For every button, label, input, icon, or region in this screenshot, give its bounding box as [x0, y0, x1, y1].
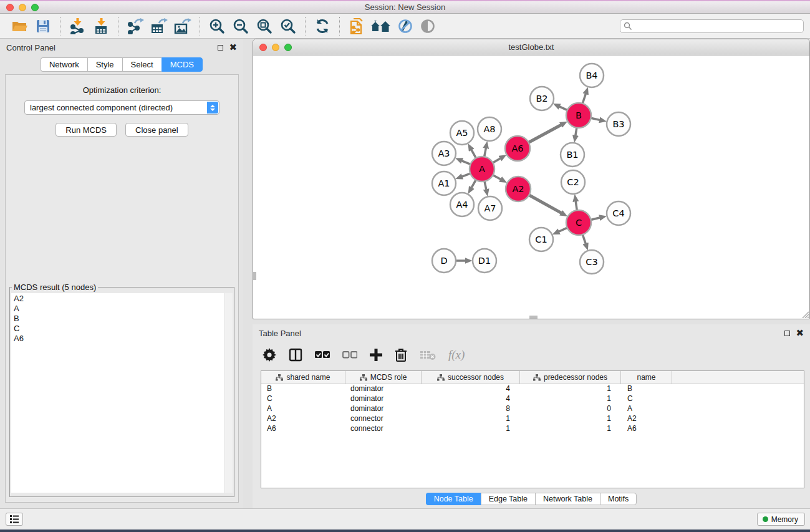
float-table-panel-icon[interactable] [784, 331, 790, 336]
graph-node-A1[interactable]: A1 [432, 172, 456, 195]
graph-edge-A-A8[interactable] [485, 148, 486, 157]
graph-edge-C-C2[interactable] [576, 201, 577, 210]
graph-node-A4[interactable]: A4 [450, 193, 474, 216]
graph-edge-A-A6[interactable] [493, 158, 500, 163]
result-item[interactable]: B [14, 314, 233, 324]
graph-edge-A2-C[interactable] [529, 195, 561, 213]
vertical-scroll-thumb[interactable] [253, 272, 256, 280]
graph-edge-A-A5[interactable] [471, 150, 476, 158]
close-panel-icon[interactable]: ✖ [229, 44, 237, 51]
network-canvas[interactable]: B4B2BB3A8A5A6B1A3AA1C2A2A4A7C4CC1C3DD1 [253, 56, 809, 319]
home-button[interactable] [369, 16, 392, 36]
graph-edge-B-B2[interactable] [559, 107, 567, 110]
graph-node-B4[interactable]: B4 [580, 64, 604, 87]
graph-node-A3[interactable]: A3 [432, 142, 456, 165]
zoom-network-window-button[interactable] [284, 44, 292, 51]
select-all-rows-button[interactable] [315, 347, 330, 363]
refresh-button[interactable] [311, 16, 334, 36]
tab-select[interactable]: Select [122, 57, 162, 72]
export-network-button[interactable] [123, 16, 147, 36]
graph-edge-C-C3[interactable] [582, 235, 586, 244]
zoom-in-button[interactable] [205, 16, 229, 36]
table-row[interactable]: Bdominator41B [261, 384, 804, 394]
result-scrollbar[interactable] [224, 293, 233, 493]
delete-column-button[interactable] [395, 347, 407, 363]
graph-node-B[interactable]: B [566, 103, 591, 128]
table-row[interactable]: A2connector11A2 [261, 414, 804, 424]
graph-edge-B-B4[interactable] [582, 94, 586, 104]
close-network-window-button[interactable] [259, 44, 267, 51]
result-item[interactable]: C [14, 324, 233, 334]
open-session-button[interactable] [7, 16, 31, 36]
zoom-fit-button[interactable] [253, 16, 276, 36]
close-table-panel-icon[interactable]: ✖ [796, 330, 804, 336]
show-panels-button[interactable] [6, 513, 23, 526]
graph-edge-B-B3[interactable] [591, 118, 600, 120]
graph-node-A[interactable]: A [470, 157, 494, 181]
graph-node-A5[interactable]: A5 [450, 121, 474, 145]
table-tab-edge-table[interactable]: Edge Table [481, 493, 535, 505]
tab-mcds[interactable]: MCDS [162, 57, 203, 72]
graph-node-A8[interactable]: A8 [478, 117, 501, 141]
create-column-button[interactable] [370, 347, 382, 363]
import-network-button[interactable] [65, 16, 89, 36]
table-tab-node-table[interactable]: Node Table [426, 493, 481, 505]
tab-network[interactable]: Network [41, 57, 87, 72]
graph-node-B1[interactable]: B1 [561, 143, 584, 167]
graph-edge-A-A4[interactable] [471, 180, 476, 188]
table-tab-motifs[interactable]: Motifs [600, 493, 637, 505]
column-header-predecessor-nodes[interactable]: predecessor nodes [520, 371, 621, 384]
graph-node-C2[interactable]: C2 [561, 170, 585, 194]
save-session-button[interactable] [31, 16, 55, 36]
column-header-successor-nodes[interactable]: successor nodes [422, 371, 520, 384]
graph-node-A7[interactable]: A7 [478, 196, 502, 220]
deselect-all-rows-button[interactable] [342, 347, 357, 363]
graph-node-D1[interactable]: D1 [473, 249, 496, 273]
graph-edge-A-A3[interactable] [462, 161, 471, 165]
table-row[interactable]: A6connector11A6 [261, 424, 804, 434]
graph-node-D[interactable]: D [432, 249, 456, 273]
graph-node-C1[interactable]: C1 [529, 228, 553, 251]
label-visibility-button[interactable] [392, 16, 416, 36]
column-layout-button[interactable] [289, 347, 302, 363]
zoom-window-button[interactable] [31, 4, 39, 11]
close-window-button[interactable] [6, 4, 14, 11]
table-tab-network-table[interactable]: Network Table [535, 493, 600, 505]
horizontal-scroll-thumb[interactable] [529, 316, 538, 319]
graph-node-B2[interactable]: B2 [530, 87, 554, 110]
delete-table-button[interactable] [420, 347, 436, 363]
export-image-button[interactable] [171, 16, 195, 36]
import-table-button[interactable] [89, 16, 113, 36]
table-settings-button[interactable] [263, 347, 276, 363]
run-mcds-button[interactable]: Run MCDS [55, 123, 117, 137]
graph-edge-A6-B[interactable] [529, 125, 561, 142]
resize-grip-icon[interactable] [800, 309, 809, 318]
graph-edge-A-A1[interactable] [462, 173, 470, 177]
table-row[interactable]: Cdominator41C [261, 394, 804, 404]
network-file-button[interactable] [345, 16, 369, 36]
export-table-button[interactable] [147, 16, 171, 36]
minimize-window-button[interactable] [19, 4, 26, 11]
graph-edge-C-C4[interactable] [591, 218, 599, 220]
result-item[interactable]: A [14, 304, 233, 314]
optimization-criterion-dropdown[interactable]: largest connected component (directed) [24, 100, 219, 115]
graph-edge-A-A7[interactable] [485, 181, 486, 190]
graph-node-C[interactable]: C [566, 210, 591, 235]
apply-function-button[interactable]: f(x) [448, 347, 465, 363]
graph-node-A2[interactable]: A2 [506, 177, 531, 201]
zoom-selected-button[interactable] [276, 16, 300, 36]
result-item[interactable]: A2 [14, 294, 233, 304]
graph-node-C4[interactable]: C4 [607, 201, 630, 225]
graph-edge-B-B1[interactable] [576, 128, 577, 136]
graph-edge-A-A2[interactable] [493, 175, 501, 180]
column-header-shared-name[interactable]: shared name [261, 371, 345, 384]
column-header-name[interactable]: name [621, 371, 672, 384]
zoom-out-button[interactable] [229, 16, 253, 36]
result-item[interactable]: A6 [14, 334, 233, 344]
search-input[interactable] [620, 19, 804, 33]
column-header-mcds-role[interactable]: MCDS role [345, 371, 422, 384]
minimize-network-window-button[interactable] [272, 44, 279, 51]
float-panel-icon[interactable] [218, 45, 223, 51]
graph-node-C3[interactable]: C3 [580, 250, 604, 274]
tab-style[interactable]: Style [87, 57, 122, 72]
